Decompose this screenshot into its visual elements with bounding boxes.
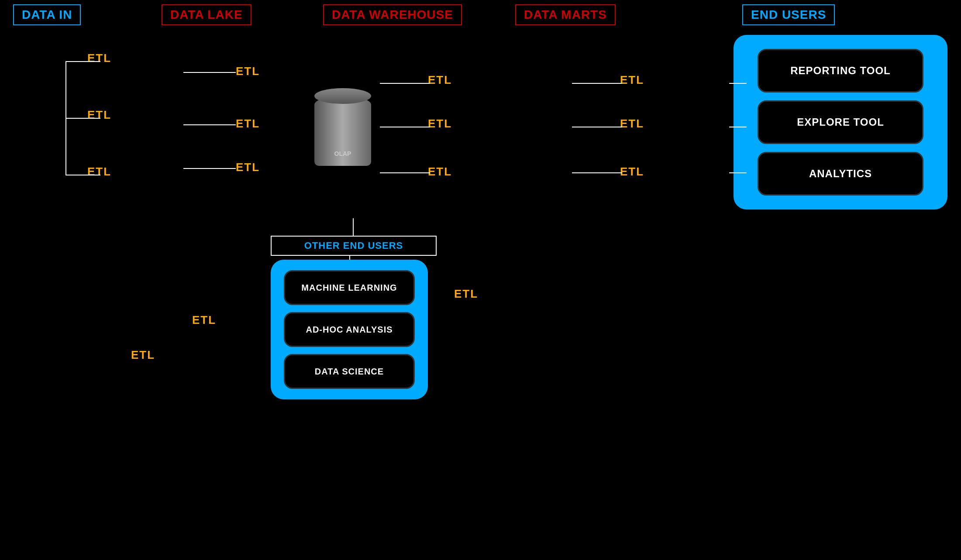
etl-label-1: ETL: [87, 52, 111, 65]
other-end-users-section: OTHER END USERS MACHINE LEARNING AD-HOC …: [271, 236, 437, 399]
etl-label-12: ETL: [620, 165, 644, 179]
etl-label-9: ETL: [87, 165, 111, 179]
header-data-marts: DATA MARTS: [515, 4, 616, 25]
etl-label-11: ETL: [428, 165, 452, 179]
ad-hoc-analysis-box[interactable]: AD-HOC ANALYSIS: [284, 312, 415, 347]
reporting-tool-box[interactable]: REPORTING TOOL: [758, 49, 923, 93]
connector-14: [729, 127, 747, 127]
other-end-users-panel: MACHINE LEARNING AD-HOC ANALYSIS DATA SC…: [271, 260, 428, 399]
explore-tool-box[interactable]: EXPLORE TOOL: [758, 100, 923, 144]
connector-1: [65, 61, 100, 62]
etl-label-14: ETL: [131, 348, 155, 362]
reporting-tool-label: REPORTING TOOL: [790, 65, 891, 77]
analytics-box[interactable]: ANALYTICS: [758, 152, 923, 196]
etl-label-5: ETL: [87, 108, 111, 122]
explore-tool-label: EXPLORE TOOL: [797, 116, 884, 128]
connector-10: [572, 83, 622, 84]
connector-3: [65, 118, 100, 119]
connector-8: [380, 127, 430, 127]
header-data-in: DATA IN: [13, 4, 81, 25]
other-end-users-title: OTHER END USERS: [271, 236, 437, 256]
v-connector-1: [65, 61, 66, 118]
connector-9: [380, 172, 430, 173]
data-science-box[interactable]: DATA SCIENCE: [284, 354, 415, 389]
connector-12: [572, 172, 622, 173]
header-data-lake: DATA LAKE: [162, 4, 251, 25]
v-connector-2: [65, 118, 66, 175]
connector-11: [572, 127, 622, 127]
connector-15: [729, 172, 747, 173]
connector-7: [380, 83, 430, 84]
etl-label-10: ETL: [236, 161, 260, 174]
etl-label-7: ETL: [428, 117, 452, 131]
etl-label-3: ETL: [428, 73, 452, 87]
olap-label: OLAP: [334, 150, 351, 157]
header-data-warehouse: DATA WAREHOUSE: [323, 4, 462, 25]
connector-2: [183, 72, 236, 73]
etl-label-6: ETL: [236, 117, 260, 131]
etl-label-8: ETL: [620, 117, 644, 131]
etl-label-13: ETL: [192, 313, 216, 327]
ad-hoc-analysis-label: AD-HOC ANALYSIS: [306, 325, 393, 335]
etl-label-2: ETL: [236, 65, 260, 78]
header-end-users: END USERS: [742, 4, 835, 25]
etl-label-4: ETL: [620, 73, 644, 87]
machine-learning-label: MACHINE LEARNING: [301, 283, 397, 293]
connector-5: [65, 175, 100, 175]
connector-4: [183, 124, 236, 125]
connector-6: [183, 168, 236, 169]
data-science-label: DATA SCIENCE: [315, 367, 384, 377]
analytics-label: ANALYTICS: [809, 168, 872, 180]
olap-cylinder: OLAP: [314, 96, 371, 166]
connector-13: [729, 83, 747, 84]
machine-learning-box[interactable]: MACHINE LEARNING: [284, 270, 415, 305]
etl-label-15: ETL: [454, 287, 478, 301]
end-users-panel: REPORTING TOOL EXPLORE TOOL ANALYTICS: [734, 35, 947, 210]
